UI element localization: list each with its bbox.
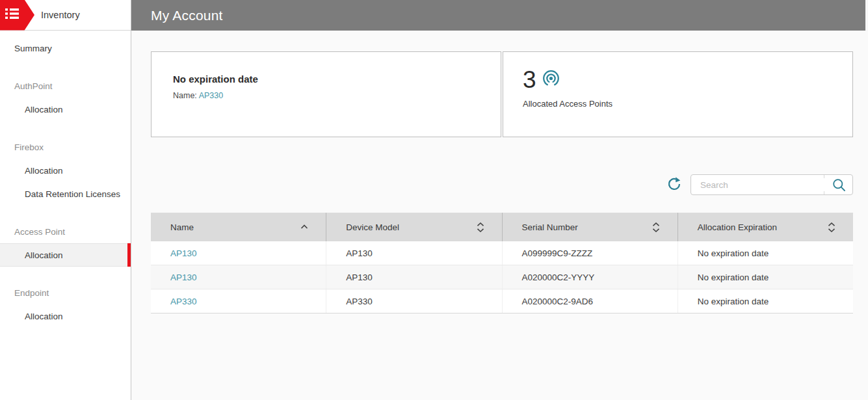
table-row: AP330 AP330 A020000C2-9AD6 No expiration…: [151, 289, 853, 313]
device-link[interactable]: AP130: [170, 273, 197, 282]
sidebar-item-label: Allocation: [25, 250, 63, 260]
page-title: My Account: [151, 8, 223, 23]
cell-allocation-expiration: No expiration date: [677, 289, 853, 313]
list-menu-icon: [0, 8, 20, 22]
cell-serial-number: A099999C9-ZZZZ: [502, 241, 677, 265]
sidebar-title: Inventory: [41, 10, 80, 20]
sidebar-nav: Summary AuthPoint Allocation Firebox All…: [0, 31, 131, 328]
cell-allocation-expiration: No expiration date: [677, 241, 853, 265]
sidebar-section-authpoint: AuthPoint: [0, 74, 131, 98]
sidebar-item-label: Allocation: [25, 312, 63, 321]
sidebar-section-endpoint: Endpoint: [0, 281, 131, 304]
table-row: AP130 AP130 A020000C2-YYYY No expiration…: [151, 265, 853, 289]
sidebar-item-access-point-allocation[interactable]: Allocation: [0, 243, 131, 267]
search-input[interactable]: [691, 175, 852, 194]
chevron-up-down-icon: [828, 222, 835, 232]
chevron-up-down-icon: [477, 222, 484, 232]
allocated-count-row: 3: [523, 68, 852, 92]
column-header-device-model[interactable]: Device Model: [326, 213, 501, 241]
sidebar-section-access-point: Access Point: [0, 220, 131, 243]
sidebar: Inventory Summary AuthPoint Allocation F…: [0, 0, 131, 400]
chevron-up-icon: [300, 224, 308, 230]
main-content: No expiration date Name: AP330 3: [131, 31, 868, 400]
device-link[interactable]: AP330: [170, 297, 197, 306]
cell-name: AP130: [151, 241, 326, 265]
column-header-name[interactable]: Name: [151, 213, 326, 241]
column-header-label: Device Model: [346, 222, 399, 232]
sidebar-item-data-retention-licenses[interactable]: Data Retention Licenses: [0, 182, 131, 206]
expiration-card-title: No expiration date: [173, 73, 501, 85]
table-row: AP130 AP130 A099999C9-ZZZZ No expiration…: [151, 241, 853, 265]
sidebar-section-label: Firebox: [14, 142, 44, 152]
sidebar-item-endpoint-allocation[interactable]: Allocation: [0, 304, 131, 328]
name-label: Name:: [173, 91, 197, 100]
sidebar-item-label: Allocation: [25, 166, 63, 176]
cell-device-model: AP130: [326, 241, 501, 265]
cell-device-model: AP330: [326, 289, 501, 313]
chevron-up-down-icon: [652, 222, 660, 232]
cell-name: AP330: [151, 289, 326, 313]
sidebar-item-label: Data Retention Licenses: [25, 189, 120, 199]
sidebar-item-label: Allocation: [25, 105, 63, 114]
sidebar-section-label: Endpoint: [14, 288, 49, 298]
sidebar-item-summary[interactable]: Summary: [0, 36, 131, 60]
sidebar-header: Inventory: [0, 0, 131, 31]
cell-device-model: AP130: [326, 265, 501, 289]
device-name-link[interactable]: AP330: [199, 91, 224, 100]
cell-allocation-expiration: No expiration date: [677, 265, 853, 289]
expiration-card: No expiration date Name: AP330: [151, 51, 501, 137]
allocated-count: 3: [523, 68, 536, 92]
sidebar-item-firebox-allocation[interactable]: Allocation: [0, 159, 131, 182]
table-header-row: Name Device Model Serial Number: [151, 213, 853, 241]
table-toolbar: [666, 174, 853, 195]
access-points-table: Name Device Model Serial Number: [151, 213, 853, 313]
summary-cards: No expiration date Name: AP330 3: [151, 51, 853, 137]
cell-name: AP130: [151, 265, 326, 289]
column-header-label: Name: [170, 222, 194, 232]
column-header-label: Allocation Expiration: [698, 222, 777, 232]
column-header-serial-number[interactable]: Serial Number: [502, 213, 677, 241]
cell-serial-number: A020000C2-YYYY: [502, 265, 677, 289]
access-point-beacon-icon: [542, 68, 560, 90]
cell-serial-number: A020000C2-9AD6: [502, 289, 677, 313]
sidebar-section-label: Access Point: [14, 227, 65, 237]
column-header-allocation-expiration[interactable]: Allocation Expiration: [677, 213, 853, 241]
search-divider: [824, 191, 824, 194]
refresh-button[interactable]: [666, 177, 682, 193]
refresh-arrow-icon: [667, 176, 682, 193]
expiration-card-name-row: Name: AP330: [173, 91, 501, 100]
device-link[interactable]: AP130: [170, 248, 197, 258]
sidebar-item-authpoint-allocation[interactable]: Allocation: [0, 98, 131, 121]
page-header: My Account: [131, 0, 865, 31]
inventory-logo-pennant: [0, 0, 34, 31]
search-divider: [824, 175, 824, 178]
column-header-label: Serial Number: [522, 222, 578, 232]
sidebar-section-firebox: Firebox: [0, 135, 131, 159]
magnifier-icon: [832, 185, 847, 194]
search-box: [690, 174, 853, 195]
sidebar-section-label: AuthPoint: [14, 81, 53, 91]
sidebar-item-label: Summary: [14, 44, 52, 53]
allocated-access-points-card: 3 Allocated Access Points: [503, 51, 853, 137]
allocated-count-label: Allocated Access Points: [523, 99, 852, 109]
search-button[interactable]: [831, 178, 847, 193]
